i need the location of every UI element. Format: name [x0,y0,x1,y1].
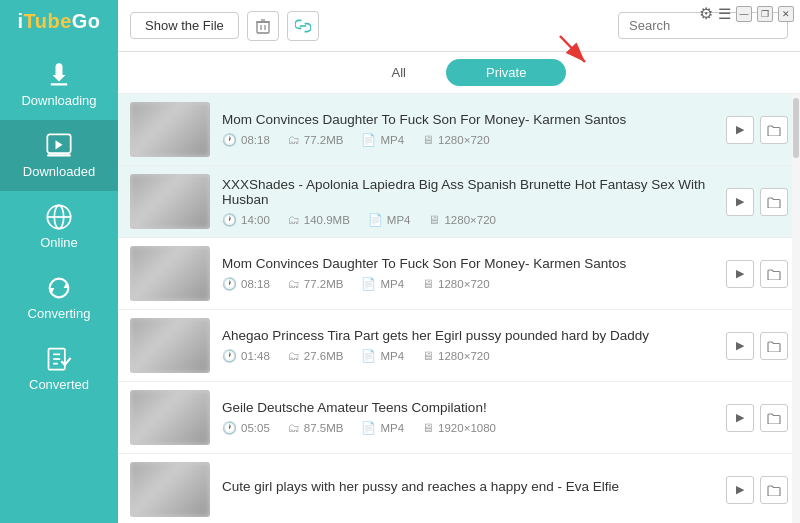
clock-icon: 🕐 [222,349,237,363]
file-icon: 🗂 [288,213,300,227]
resolution-meta: 🖥 1280×720 [422,133,490,147]
video-info: Cute girl plays with her pussy and reach… [222,479,714,500]
filter-private-tab[interactable]: Private [446,59,566,86]
sidebar-item-downloaded[interactable]: Downloaded [0,120,118,191]
main-panel: ⚙ ☰ — ❐ ✕ Show the File [118,0,800,523]
toolbar: Show the File [118,0,800,52]
play-button[interactable]: ▶ [726,476,754,504]
svg-line-17 [560,36,585,62]
size-meta: 🗂 140.9MB [288,213,350,227]
resolution-icon: 🖥 [428,213,440,227]
video-meta: 🕐 05:05 🗂 87.5MB 📄 MP4 🖥 1920×1080 [222,421,714,435]
resolution-meta: 🖥 1280×720 [428,213,496,227]
video-title: Geile Deutsche Amateur Teens Compilation… [222,400,714,415]
sidebar-item-downloading[interactable]: Downloading [0,49,118,120]
video-meta: 🕐 08:18 🗂 77.2MB 📄 MP4 🖥 1280×720 [222,277,714,291]
show-file-button[interactable]: Show the File [130,12,239,39]
video-info: Mom Convinces Daughter To Fuck Son For M… [222,256,714,291]
size-meta: 🗂 77.2MB [288,133,344,147]
play-button[interactable]: ▶ [726,404,754,432]
play-button[interactable]: ▶ [726,332,754,360]
svg-marker-2 [56,140,63,149]
duration-meta: 🕐 05:05 [222,421,270,435]
video-meta: 🕐 08:18 🗂 77.2MB 📄 MP4 🖥 1280×720 [222,133,714,147]
folder-button[interactable] [760,260,788,288]
close-button[interactable]: ✕ [778,6,794,22]
folder-icon [767,412,781,424]
video-title: Ahegao Princess Tira Part gets her Egirl… [222,328,714,343]
video-thumbnail [130,318,210,373]
file-icon: 🗂 [288,277,300,291]
minimize-button[interactable]: — [736,6,752,22]
folder-button[interactable] [760,476,788,504]
video-actions: ▶ [726,476,788,504]
video-info: Ahegao Princess Tira Part gets her Egirl… [222,328,714,363]
format-icon: 📄 [361,421,376,435]
scrollbar-thumb[interactable] [793,98,799,158]
link-icon [295,19,311,33]
sidebar-item-downloaded-label: Downloaded [23,164,95,179]
sidebar-item-converted[interactable]: Converted [0,333,118,404]
video-info: Geile Deutsche Amateur Teens Compilation… [222,400,714,435]
delete-button[interactable] [247,11,279,41]
video-info: XXXShades - Apolonia Lapiedra Big Ass Sp… [222,177,714,227]
clock-icon: 🕐 [222,133,237,147]
folder-icon [767,340,781,352]
settings-icon[interactable]: ⚙ [699,4,713,23]
sidebar-item-downloading-label: Downloading [21,93,96,108]
folder-button[interactable] [760,116,788,144]
sidebar-item-online[interactable]: Online [0,191,118,262]
filter-all-tab[interactable]: All [352,59,446,86]
resolution-meta: 🖥 1280×720 [422,277,490,291]
folder-button[interactable] [760,188,788,216]
file-icon: 🗂 [288,349,300,363]
video-meta: 🕐 14:00 🗂 140.9MB 📄 MP4 🖥 1280×720 [222,213,714,227]
duration-meta: 🕐 08:18 [222,277,270,291]
format-meta: 📄 MP4 [361,349,404,363]
video-thumbnail [130,462,210,517]
sidebar-item-converted-label: Converted [29,377,89,392]
clock-icon: 🕐 [222,213,237,227]
video-item-2: Mom Convinces Daughter To Fuck Son For M… [118,238,800,310]
play-button[interactable]: ▶ [726,260,754,288]
folder-icon [767,124,781,136]
resolution-meta: 🖥 1920×1080 [422,421,496,435]
size-meta: 🗂 27.6MB [288,349,344,363]
video-item-1: XXXShades - Apolonia Lapiedra Big Ass Sp… [118,166,800,238]
duration-meta: 🕐 01:48 [222,349,270,363]
folder-icon [767,268,781,280]
link-button[interactable] [287,11,319,41]
restore-button[interactable]: ❐ [757,6,773,22]
duration-meta: 🕐 08:18 [222,133,270,147]
sidebar-item-converting[interactable]: Converting [0,262,118,333]
video-meta: 🕐 01:48 🗂 27.6MB 📄 MP4 🖥 1280×720 [222,349,714,363]
play-button[interactable]: ▶ [726,116,754,144]
video-info: Mom Convinces Daughter To Fuck Son For M… [222,112,714,147]
resolution-meta: 🖥 1280×720 [422,349,490,363]
sidebar-item-converting-label: Converting [28,306,91,321]
video-title: Mom Convinces Daughter To Fuck Son For M… [222,112,714,127]
video-item-0: Mom Convinces Daughter To Fuck Son For M… [118,94,800,166]
folder-button[interactable] [760,332,788,360]
video-title: Mom Convinces Daughter To Fuck Son For M… [222,256,714,271]
folder-button[interactable] [760,404,788,432]
video-actions: ▶ [726,116,788,144]
resolution-icon: 🖥 [422,349,434,363]
play-button[interactable]: ▶ [726,188,754,216]
format-meta: 📄 MP4 [361,421,404,435]
clock-icon: 🕐 [222,277,237,291]
online-icon [45,203,73,231]
size-meta: 🗂 87.5MB [288,421,344,435]
video-thumbnail [130,246,210,301]
video-title: XXXShades - Apolonia Lapiedra Big Ass Sp… [222,177,714,207]
format-meta: 📄 MP4 [361,133,404,147]
resolution-icon: 🖥 [422,133,434,147]
duration-meta: 🕐 14:00 [222,213,270,227]
downloaded-icon [45,132,73,160]
folder-icon [767,196,781,208]
filter-bar: All Private [118,52,800,94]
resolution-icon: 🖥 [422,277,434,291]
arrow-indicator [555,34,605,73]
sidebar: iTubeGo Downloading Downloaded Online [0,0,118,523]
menu-icon[interactable]: ☰ [718,5,731,23]
